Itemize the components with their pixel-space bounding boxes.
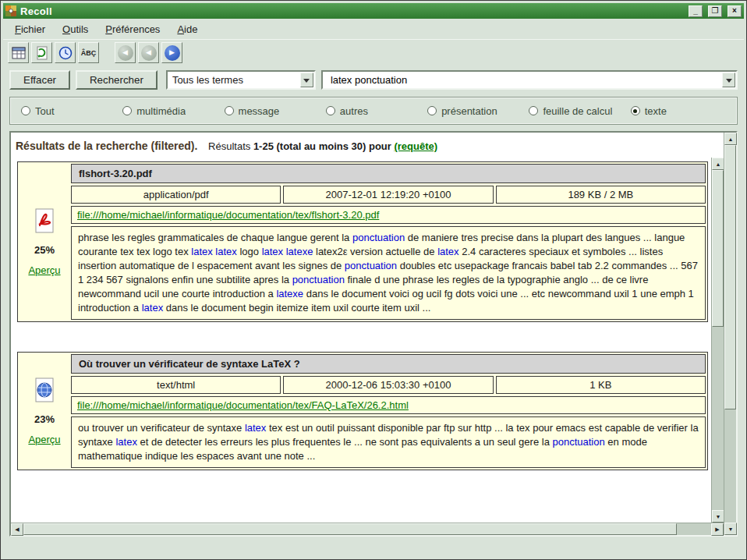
query-history-dropdown-button[interactable] bbox=[722, 73, 735, 87]
radio-icon bbox=[631, 106, 640, 115]
highlighted-term: latex bbox=[142, 302, 163, 314]
update-index-icon bbox=[35, 46, 49, 60]
menu-preferences[interactable]: Préférences bbox=[98, 21, 167, 37]
scroll-track[interactable] bbox=[724, 145, 736, 523]
filter-radio-message[interactable]: message bbox=[225, 105, 326, 117]
status-bar bbox=[3, 537, 744, 557]
highlighted-term: ponctuation bbox=[345, 260, 397, 271]
results-frame: Résultats de la recherche (filtered). Ré… bbox=[9, 131, 738, 537]
update-index-button[interactable] bbox=[31, 42, 52, 63]
first-page-button[interactable]: ◀ bbox=[115, 42, 136, 63]
menu-fichier[interactable]: Fichier bbox=[8, 21, 52, 37]
inner-vertical-scrollbar[interactable]: ▲ ▼ bbox=[711, 158, 724, 523]
results-header-prefix: Résultats bbox=[208, 140, 250, 152]
filter-radio-tout[interactable]: Tout bbox=[21, 105, 122, 117]
query-input[interactable] bbox=[327, 74, 722, 86]
highlighted-term: ponctuation bbox=[292, 274, 345, 285]
query-details-link[interactable]: (requête) bbox=[394, 140, 437, 152]
result-url-link[interactable]: file:///home/michael/informatique/docume… bbox=[77, 209, 379, 221]
relevance-percent: 23% bbox=[34, 413, 55, 425]
scroll-thumb[interactable] bbox=[724, 145, 736, 409]
result-mime-type: application/pdf bbox=[71, 186, 281, 204]
clear-table-button[interactable] bbox=[8, 42, 29, 63]
result-side-panel: 25% Aperçu bbox=[19, 164, 69, 320]
highlighted-term: latexe bbox=[276, 288, 303, 299]
radio-icon bbox=[21, 106, 30, 115]
minimize-button[interactable]: _ bbox=[689, 5, 703, 17]
scroll-track[interactable] bbox=[712, 170, 724, 510]
next-page-icon: ▶ bbox=[165, 45, 180, 61]
scroll-up-button[interactable]: ▲ bbox=[724, 133, 737, 145]
html-page-icon bbox=[33, 377, 56, 402]
maximize-button[interactable]: ❐ bbox=[708, 5, 722, 17]
horizontal-scrollbar[interactable]: ◀ ▶ bbox=[11, 523, 724, 535]
results-header-title: Résultats de la recherche (filtered). bbox=[16, 140, 197, 152]
result-size: 189 KB / 2 MB bbox=[496, 186, 706, 204]
next-page-button[interactable]: ▶ bbox=[161, 42, 182, 63]
clear-button[interactable]: Effacer bbox=[9, 70, 70, 90]
results-header: Résultats de la recherche (filtered). Ré… bbox=[11, 133, 724, 158]
filter-radio-presentation[interactable]: présentation bbox=[427, 105, 529, 117]
chevron-down-icon bbox=[726, 79, 732, 86]
radio-icon bbox=[427, 106, 437, 115]
result-date: 2000-12-06 15:03:30 +0100 bbox=[283, 376, 493, 394]
result-body: flshort-3.20.pdf application/pdf 2007-12… bbox=[71, 164, 706, 320]
results-inner: 25% Aperçu flshort-3.20.pdf application/… bbox=[11, 158, 724, 523]
result-size: 1 KB bbox=[496, 376, 706, 394]
radio-icon bbox=[225, 106, 234, 115]
clock-icon bbox=[58, 46, 73, 60]
result-title: flshort-3.20.pdf bbox=[71, 164, 706, 183]
sort-by-date-button[interactable] bbox=[55, 42, 76, 63]
filter-radio-multimedia[interactable]: multimédia bbox=[122, 105, 224, 117]
result-snippet: ou trouver un verificateur de syntaxe la… bbox=[71, 416, 706, 468]
result-url-link[interactable]: file:///home/michael/informatique/docume… bbox=[77, 399, 409, 411]
result-meta-row: text/html 2000-12-06 15:03:30 +0100 1 KB bbox=[71, 376, 706, 394]
result-title: Où trouver un vérificateur de syntaxe La… bbox=[71, 354, 706, 374]
highlighted-term: latex bbox=[437, 246, 458, 257]
result-mime-type: text/html bbox=[71, 376, 281, 394]
search-mode-dropdown-button[interactable] bbox=[300, 73, 313, 87]
scroll-thumb[interactable] bbox=[23, 523, 677, 535]
menu-aide[interactable]: Aide bbox=[170, 21, 204, 37]
filter-radio-autres[interactable]: autres bbox=[326, 105, 427, 117]
term-explorer-button[interactable]: ÂBÇ bbox=[78, 42, 99, 63]
category-filter-frame: Tout multimédia message autres présentat… bbox=[9, 97, 738, 125]
result-card: 25% Aperçu flshort-3.20.pdf application/… bbox=[17, 161, 708, 322]
results-header-range: 1-25 (total au moins 30) pour bbox=[253, 140, 391, 152]
highlighted-term: latex bbox=[245, 422, 266, 434]
scroll-up-button[interactable]: ▲ bbox=[712, 158, 724, 170]
highlighted-term: latex bbox=[115, 436, 136, 448]
menu-outils[interactable]: Outils bbox=[55, 21, 95, 37]
scroll-right-button[interactable]: ▶ bbox=[711, 523, 724, 536]
preview-link[interactable]: Aperçu bbox=[28, 434, 60, 445]
result-date: 2007-12-01 12:19:20 +0100 bbox=[283, 186, 493, 204]
highlighted-term: latex latexe bbox=[262, 246, 313, 257]
scroll-down-button[interactable]: ▼ bbox=[712, 510, 724, 523]
app-icon bbox=[5, 5, 16, 16]
close-button[interactable]: × bbox=[728, 5, 742, 17]
outer-vertical-scrollbar[interactable]: ▲ ▼ bbox=[724, 133, 736, 535]
highlighted-term: ponctuation bbox=[352, 232, 405, 243]
chevron-down-icon bbox=[303, 79, 310, 86]
abc-icon: ÂBÇ bbox=[81, 49, 97, 57]
scroll-thumb[interactable] bbox=[712, 170, 724, 327]
preview-link[interactable]: Aperçu bbox=[28, 264, 60, 276]
results-page: Résultats de la recherche (filtered). Ré… bbox=[11, 133, 724, 535]
first-page-icon: ◀ bbox=[118, 45, 133, 61]
result-card: 23% Aperçu Où trouver un vérificateur de… bbox=[17, 352, 708, 470]
filter-radio-texte[interactable]: texte bbox=[631, 105, 732, 117]
toolbar: ÂBÇ ◀ ◀ ▶ bbox=[3, 39, 744, 66]
highlighted-term: latex latex bbox=[191, 246, 237, 257]
search-button[interactable]: Rechercher bbox=[76, 70, 158, 90]
scroll-left-button[interactable]: ◀ bbox=[11, 523, 23, 536]
recoll-window: Recoll _ ❐ × Fichier Outils Préférences … bbox=[0, 0, 747, 560]
scroll-down-button[interactable]: ▼ bbox=[724, 523, 737, 535]
scroll-track[interactable] bbox=[23, 523, 711, 535]
pdf-icon bbox=[33, 208, 56, 236]
query-combo[interactable] bbox=[321, 70, 738, 90]
prev-page-button[interactable]: ◀ bbox=[138, 42, 159, 63]
filter-radio-feuille-de-calcul[interactable]: feuille de calcul bbox=[529, 105, 630, 117]
search-mode-value: Tous les termes bbox=[172, 74, 243, 86]
search-mode-combo[interactable]: Tous les termes bbox=[166, 70, 316, 90]
radio-icon bbox=[122, 106, 132, 115]
